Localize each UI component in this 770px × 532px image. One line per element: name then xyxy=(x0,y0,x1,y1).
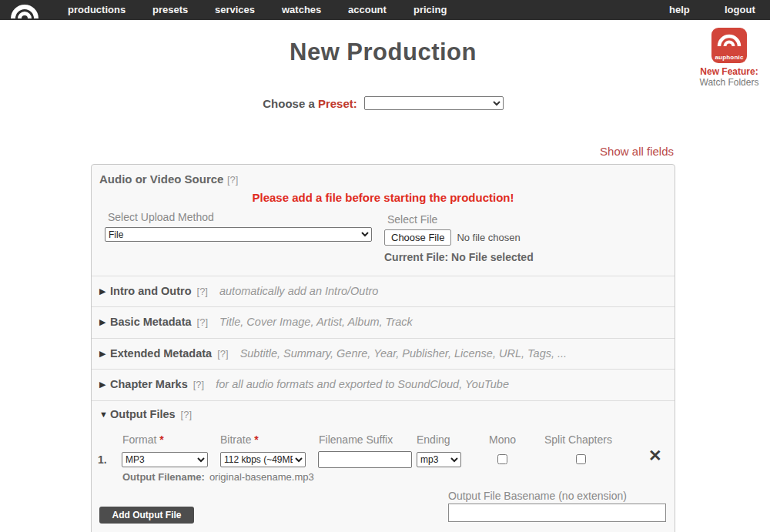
divider xyxy=(92,400,675,401)
chevron-right-icon: ▶ xyxy=(99,317,110,327)
help-link[interactable]: [?] xyxy=(193,379,204,390)
file-input: Choose File No file chosen xyxy=(384,229,521,246)
section-chapter-marks[interactable]: ▶ Chapter Marks [?] for all audio format… xyxy=(92,369,675,400)
chevron-down-icon: ▼ xyxy=(99,410,110,419)
nav-logout[interactable]: logout xyxy=(725,0,755,20)
source-help-link[interactable]: [?] xyxy=(227,174,238,186)
required-marker: * xyxy=(254,433,258,446)
no-file-chosen-text: No file chosen xyxy=(457,232,520,243)
help-link[interactable]: [?] xyxy=(217,348,228,360)
section-extended-metadata[interactable]: ▶ Extended Metadata [?] Subtitle, Summar… xyxy=(92,338,675,369)
production-form: Audio or Video Source [?] Please add a f… xyxy=(91,164,675,532)
nav-pricing[interactable]: pricing xyxy=(413,0,447,20)
bitrate-select[interactable]: 112 kbps (~49MB xyxy=(220,452,306,467)
chevron-right-icon: ▶ xyxy=(99,286,110,296)
select-file-label: Select File xyxy=(387,213,437,226)
help-link[interactable]: [?] xyxy=(197,316,208,328)
section-output-files[interactable]: ▼ Output Files [?] xyxy=(99,408,203,420)
column-bitrate-text: Bitrate xyxy=(220,433,251,446)
delete-output-icon[interactable]: ✕ xyxy=(648,447,662,465)
page: productions presets services watches acc… xyxy=(0,0,770,532)
output-filename-label: Output Filename: xyxy=(122,471,205,483)
feature-banner-subtitle: Watch Folders xyxy=(695,77,764,88)
chevron-right-icon: ▶ xyxy=(99,349,110,359)
preset-label: Choose a Preset: xyxy=(263,97,357,110)
split-chapters-checkbox[interactable] xyxy=(576,454,586,464)
section-intro-outro[interactable]: ▶ Intro and Outro [?] automatically add … xyxy=(92,276,675,306)
section-title: Intro and Outro xyxy=(110,285,192,297)
section-title: Basic Metadata xyxy=(110,316,192,328)
mono-checkbox[interactable] xyxy=(497,454,507,464)
page-title: New Production xyxy=(0,38,766,66)
preset-label-prefix: Choose a xyxy=(263,97,315,110)
section-description: Title, Cover Image, Artist, Album, Track xyxy=(219,316,413,328)
add-output-file-button[interactable]: Add Output File xyxy=(99,507,194,524)
nav-help[interactable]: help xyxy=(669,0,690,20)
source-section-title-text: Audio or Video Source xyxy=(99,172,223,186)
nav-services[interactable]: services xyxy=(215,0,255,20)
filename-suffix-input[interactable] xyxy=(318,451,412,468)
ending-select[interactable]: mp3 xyxy=(417,452,461,467)
basename-label: Output File Basename (no extension) xyxy=(448,490,627,502)
feature-banner-title: New Feature: xyxy=(695,66,764,77)
column-bitrate: Bitrate * xyxy=(220,433,259,446)
current-file-status: Current File: No File selected xyxy=(384,251,534,263)
upload-method-select[interactable]: File xyxy=(105,227,372,242)
nav-productions[interactable]: productions xyxy=(68,0,126,20)
top-nav: productions presets services watches acc… xyxy=(0,0,770,20)
help-link[interactable]: [?] xyxy=(197,286,208,297)
section-description: automatically add an Intro/Outro xyxy=(219,285,378,297)
column-split-chapters: Split Chapters xyxy=(544,433,612,446)
help-link[interactable]: [?] xyxy=(181,409,192,420)
preset-label-link[interactable]: Preset: xyxy=(318,97,357,110)
section-description: for all audio formats and exported to So… xyxy=(216,378,509,390)
output-filename-value: original-basename.mp3 xyxy=(209,471,314,483)
format-select[interactable]: MP3 xyxy=(122,452,208,467)
choose-file-button[interactable]: Choose File xyxy=(384,229,451,246)
show-all-fields-link[interactable]: Show all fields xyxy=(600,145,674,158)
preset-row: Choose a Preset: xyxy=(0,96,766,110)
output-filename-line: Output Filename:original-basename.mp3 xyxy=(122,471,314,483)
source-section-title: Audio or Video Source [?] xyxy=(99,172,238,186)
nav-watches[interactable]: watches xyxy=(282,0,321,20)
section-title: Extended Metadata xyxy=(110,347,212,360)
section-title: Chapter Marks xyxy=(110,378,188,390)
column-format-text: Format xyxy=(122,433,156,446)
section-description: Subtitle, Summary, Genre, Year, Publishe… xyxy=(240,347,567,360)
column-filename-suffix: Filename Suffix xyxy=(319,433,393,446)
chevron-right-icon: ▶ xyxy=(99,380,110,390)
column-mono: Mono xyxy=(489,433,516,446)
upload-method-label: Select Upload Method xyxy=(108,211,214,223)
section-basic-metadata[interactable]: ▶ Basic Metadata [?] Title, Cover Image,… xyxy=(92,306,675,337)
auphonic-logo-icon[interactable] xyxy=(8,2,42,20)
section-title: Output Files xyxy=(110,408,176,420)
nav-account[interactable]: account xyxy=(348,0,387,20)
file-warning-message: Please add a file before starting the pr… xyxy=(92,191,675,204)
required-marker: * xyxy=(159,433,163,446)
preset-select[interactable] xyxy=(364,96,504,110)
basename-input[interactable] xyxy=(448,504,666,522)
output-row-index: 1. xyxy=(98,453,107,466)
nav-presets[interactable]: presets xyxy=(152,0,188,20)
column-ending: Ending xyxy=(417,433,450,446)
column-format: Format * xyxy=(122,433,164,446)
